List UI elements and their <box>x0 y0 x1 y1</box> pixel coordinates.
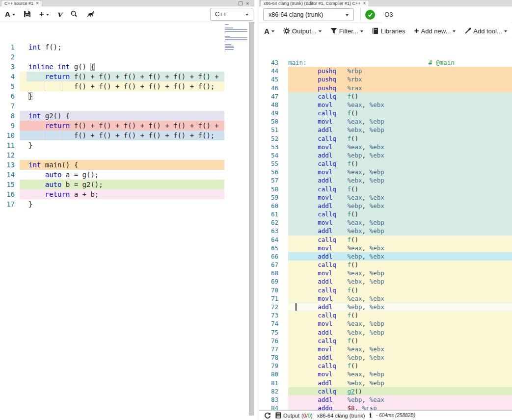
line-number: 76 <box>259 337 278 345</box>
add-tool-button[interactable]: Add tool... <box>464 27 507 35</box>
asm-line[interactable]: 65 movl %eax, %ebx <box>259 244 512 252</box>
pane-splitter[interactable] <box>249 22 254 416</box>
asm-line[interactable]: 52 callq f() <box>259 134 512 143</box>
asm-line[interactable]: 71 movl %eax, %ebx <box>259 294 512 303</box>
assembly-editor[interactable]: 43main: # @main44 pushq %rbp45 pushq %rb… <box>259 39 512 410</box>
asm-line[interactable]: 81 addl %ebx, %ebp <box>259 379 512 387</box>
asm-line[interactable]: 74 movl %eax, %ebp <box>259 319 512 328</box>
line-number: 81 <box>259 379 278 387</box>
line-number: 70 <box>259 286 278 294</box>
line-number: 55 <box>259 159 278 168</box>
source-line[interactable]: 3inline int g() { <box>0 62 254 72</box>
source-line[interactable]: 10 f() + f() + f() + f() + f() + f(); <box>0 131 254 140</box>
asm-line[interactable]: 75 addl %ebx, %ebp <box>259 328 512 337</box>
cppinsights-button[interactable]: C <box>70 10 78 18</box>
language-select[interactable]: C++ <box>210 8 253 21</box>
output-toggle-button[interactable]: Output (0/0) <box>275 412 313 419</box>
asm-line[interactable]: 82 callq g2() <box>259 387 512 395</box>
asm-line[interactable]: 57 addl %ebx, %ebp <box>259 176 512 184</box>
asm-line[interactable]: 46 pushq %rax <box>259 84 512 92</box>
asm-line[interactable]: 50 movl %eax, %ebp <box>259 117 512 126</box>
asm-line[interactable]: 61 callq f() <box>259 210 512 218</box>
compiler-tab[interactable]: x86-64 clang (trunk) (Editor #1, Compile… <box>260 0 369 6</box>
vim-mode-button[interactable]: v <box>57 9 62 19</box>
minimap-line <box>225 47 234 48</box>
compiler-tab-title: x86-64 clang (trunk) (Editor #1, Compile… <box>264 0 361 6</box>
asm-line[interactable]: 44 pushq %rbp <box>259 67 512 75</box>
asm-line[interactable]: 83 addl %ebp, %eax <box>259 395 512 404</box>
source-line[interactable]: 13int main() { <box>0 160 254 170</box>
font-size-button[interactable]: A <box>264 27 274 35</box>
asm-line[interactable]: 67 callq f() <box>259 261 512 269</box>
book-icon <box>372 27 379 34</box>
asm-line[interactable]: 84 addq $8, %rsp <box>259 404 512 410</box>
save-button[interactable] <box>24 10 31 18</box>
close-icon[interactable]: × <box>363 0 366 6</box>
source-line[interactable]: 4 return f() + f() + f() + f() + f() + f… <box>0 72 254 81</box>
source-line[interactable]: 12 <box>0 150 254 160</box>
svg-text:C: C <box>72 11 74 15</box>
line-number: 1 <box>0 42 15 52</box>
maximize-icon[interactable] <box>239 1 243 5</box>
asm-line[interactable]: 59 movl %eax, %ebx <box>259 193 512 202</box>
asm-line[interactable]: 51 addl %ebx, %ebp <box>259 126 512 134</box>
source-line[interactable]: 5 f() + f() + f() + f() + f() + f(); <box>0 81 254 91</box>
asm-line[interactable]: 62 movl %eax, %ebp <box>259 218 512 227</box>
add-new-button[interactable]: + Add new... <box>414 26 456 36</box>
asm-line[interactable]: 58 callq f() <box>259 185 512 193</box>
line-number: 4 <box>0 72 15 81</box>
line-number: 71 <box>259 294 278 303</box>
asm-line[interactable]: 48 movl %eax, %ebx <box>259 101 512 109</box>
asm-line[interactable]: 55 callq f() <box>259 159 512 168</box>
source-tab[interactable]: C++ source #1 × <box>1 0 42 6</box>
asm-line[interactable]: 69 addl %ebx, %ebp <box>259 277 512 286</box>
source-line[interactable]: 2 <box>0 52 254 62</box>
source-line[interactable]: 8int g2() { <box>0 111 254 121</box>
asm-line[interactable]: 53 movl %eax, %ebx <box>259 143 512 151</box>
add-pane-button[interactable]: + <box>39 9 49 19</box>
output-options-button[interactable]: Output... <box>283 27 322 35</box>
font-size-button[interactable]: A <box>5 10 15 18</box>
asm-line[interactable]: 66 addl %ebp, %ebx <box>259 252 512 261</box>
source-line[interactable]: 17} <box>0 199 254 209</box>
source-line[interactable]: 7 <box>0 101 254 111</box>
minimap[interactable] <box>224 22 248 66</box>
asm-line[interactable]: 73 callq f() <box>259 311 512 319</box>
quickbench-button[interactable] <box>86 10 95 18</box>
asm-symbol-link[interactable]: g2 <box>347 388 354 395</box>
asm-line[interactable]: 79 callq f() <box>259 362 512 370</box>
source-editor[interactable]: 1int f();23inline int g() {4 return f() … <box>0 22 254 415</box>
close-icon[interactable]: × <box>36 0 39 6</box>
asm-line[interactable]: 63 addl %ebx, %ebp <box>259 227 512 235</box>
recompile-button[interactable] <box>264 412 271 419</box>
asm-line[interactable]: 78 addl %ebp, %ebx <box>259 353 512 362</box>
asm-line[interactable]: 56 movl %eax, %ebp <box>259 168 512 176</box>
asm-line[interactable]: 49 callq f() <box>259 109 512 117</box>
asm-line[interactable]: 68 movl %eax, %ebp <box>259 269 512 277</box>
asm-line[interactable]: 77 movl %eax, %ebx <box>259 345 512 353</box>
source-line[interactable]: 6} <box>0 91 254 101</box>
close-icon[interactable]: × <box>246 0 249 6</box>
asm-line[interactable]: 60 addl %ebp, %ebx <box>259 202 512 210</box>
source-line[interactable]: 9 return f() + f() + f() + f() + f() + f… <box>0 121 254 131</box>
source-line[interactable]: 15 auto b = g2(); <box>0 180 254 189</box>
asm-line[interactable]: 80 movl %eax, %ebp <box>259 370 512 378</box>
asm-line[interactable]: 47 callq f() <box>259 92 512 101</box>
compiler-options-input[interactable]: -O3 <box>382 6 511 23</box>
minimap-line <box>225 49 234 50</box>
asm-line[interactable]: 70 callq f() <box>259 286 512 294</box>
asm-line[interactable]: 43main: # @main <box>259 58 512 67</box>
asm-line[interactable]: 45 pushq %rbx <box>259 75 512 83</box>
source-line[interactable]: 1int f(); <box>0 42 254 52</box>
filter-button[interactable]: Filter... <box>330 27 363 35</box>
source-line[interactable]: 16 return a + b; <box>0 189 254 199</box>
asm-line[interactable]: 54 addl %ebp, %ebx <box>259 151 512 159</box>
libraries-button[interactable]: Libraries <box>372 27 405 35</box>
asm-line[interactable]: 72 addl %ebp, %ebx <box>259 303 512 311</box>
compiler-select[interactable]: x86-64 clang (trunk) <box>263 8 354 21</box>
asm-line[interactable]: 64 callq f() <box>259 236 512 244</box>
source-line[interactable]: 11} <box>0 140 254 150</box>
source-line[interactable]: 14 auto a = g(); <box>0 170 254 180</box>
asm-line[interactable]: 76 callq f() <box>259 337 512 345</box>
screwdriver-icon <box>464 27 471 34</box>
